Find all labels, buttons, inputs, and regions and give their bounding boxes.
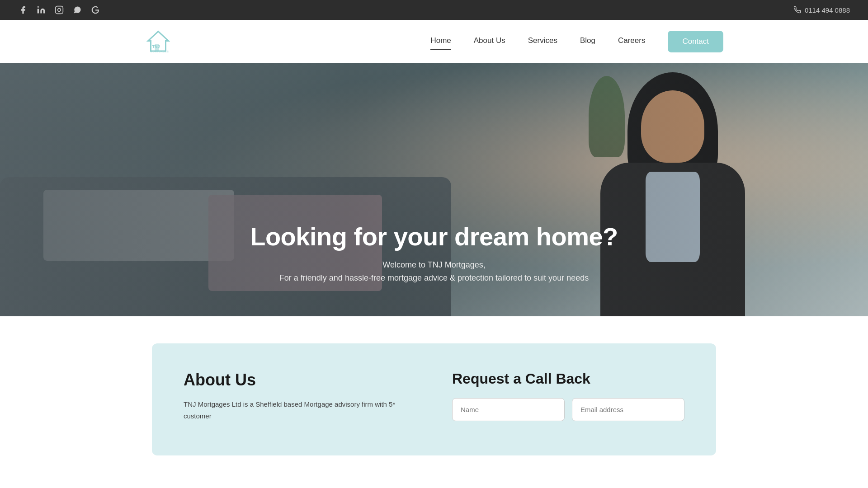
logo[interactable]: TNJ MORTGAGES: [145, 28, 172, 55]
svg-point-0: [38, 6, 39, 8]
navbar: TNJ MORTGAGES Home About Us Services Blo…: [0, 20, 868, 63]
nav-home[interactable]: Home: [430, 36, 451, 47]
facebook-icon[interactable]: [18, 5, 28, 15]
nav-about[interactable]: About Us: [474, 36, 505, 47]
about-card: About Us TNJ Mortgages Ltd is a Sheffiel…: [152, 343, 716, 455]
hero-subtitle: Welcome to TNJ Mortgages, For a friendly…: [250, 258, 618, 285]
svg-rect-1: [56, 6, 63, 14]
whatsapp-icon[interactable]: [72, 5, 82, 15]
about-title: About Us: [184, 371, 416, 389]
nav-links: Home About Us Services Blog Careers Cont…: [430, 31, 723, 52]
hero-content: Looking for your dream home? Welcome to …: [250, 222, 618, 316]
about-left: About Us TNJ Mortgages Ltd is a Sheffiel…: [184, 371, 416, 422]
top-bar: 0114 494 0888: [0, 0, 868, 20]
email-input[interactable]: [572, 398, 684, 421]
phone-text: 0114 494 0888: [805, 6, 850, 14]
about-text: TNJ Mortgages Ltd is a Sheffield based M…: [184, 399, 416, 422]
callback-form: Request a Call Back: [452, 371, 684, 428]
nav-careers[interactable]: Careers: [618, 36, 645, 47]
linkedin-icon[interactable]: [36, 5, 46, 15]
name-input[interactable]: [452, 398, 565, 421]
google-icon[interactable]: [90, 5, 100, 15]
nav-blog[interactable]: Blog: [580, 36, 595, 47]
hero-title: Looking for your dream home?: [250, 222, 618, 251]
nav-services[interactable]: Services: [528, 36, 557, 47]
svg-text:TNJ: TNJ: [152, 44, 160, 49]
contact-button[interactable]: Contact: [668, 31, 723, 52]
logo-icon: TNJ MORTGAGES: [145, 28, 172, 55]
phone-number[interactable]: 0114 494 0888: [794, 6, 850, 14]
svg-text:MORTGAGES: MORTGAGES: [151, 50, 169, 53]
social-links: [18, 5, 100, 15]
callback-title: Request a Call Back: [452, 371, 684, 387]
about-section: About Us TNJ Mortgages Ltd is a Sheffiel…: [0, 316, 868, 474]
phone-icon: [794, 6, 801, 14]
hero-section: Looking for your dream home? Welcome to …: [0, 63, 868, 316]
form-name-email-row: [452, 398, 684, 421]
instagram-icon[interactable]: [54, 5, 64, 15]
